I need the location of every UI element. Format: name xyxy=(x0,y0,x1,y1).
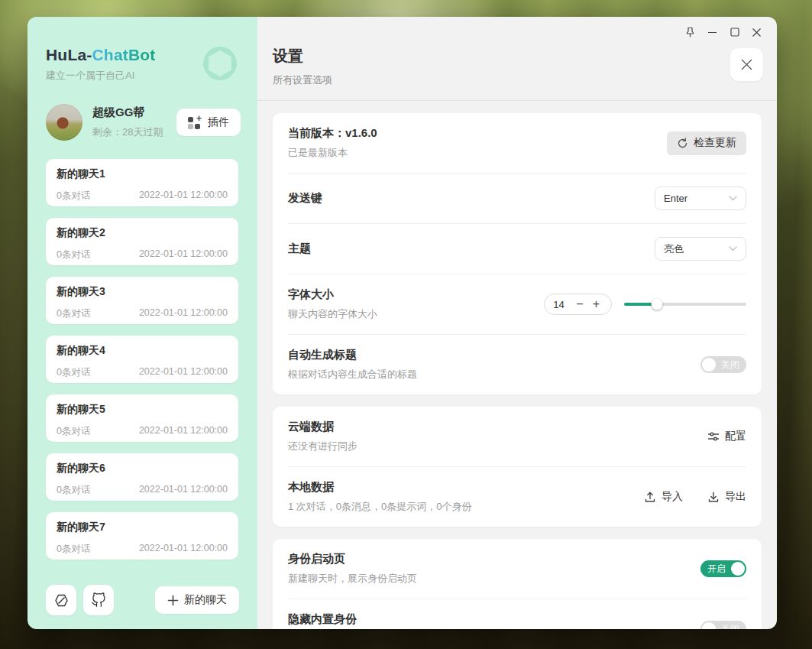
close-icon[interactable] xyxy=(746,22,768,42)
brand-header: HuLa-ChatBot 建立一个属于自己AI xyxy=(27,17,257,84)
cloud-data-subtitle: 还没有进行同步 xyxy=(288,440,357,453)
row-font-size: 字体大小 聊天内容的字体大小 14 − + xyxy=(288,274,746,334)
chat-title: 新的聊天3 xyxy=(57,285,228,299)
toggle-knob xyxy=(702,622,716,629)
font-size-slider[interactable] xyxy=(624,303,746,306)
chat-title: 新的聊天7 xyxy=(57,521,228,534)
avatar[interactable] xyxy=(46,104,82,141)
chat-time: 2022-01-01 12:00:00 xyxy=(139,484,228,497)
github-icon xyxy=(91,592,106,608)
app-title-prefix: HuLa- xyxy=(46,46,92,63)
chat-title: 新的聊天5 xyxy=(57,403,228,417)
hexagon-slash-icon xyxy=(54,593,69,608)
plugin-button-label: 插件 xyxy=(208,115,229,129)
plugin-button[interactable]: + 插件 xyxy=(176,109,241,136)
toggle-knob xyxy=(702,358,716,372)
export-button[interactable]: 导出 xyxy=(707,490,746,504)
close-icon xyxy=(740,58,753,71)
settings-card-data: 云端数据 还没有进行同步 配置 本地数据 1 次对话，0条消息，0 xyxy=(273,407,762,527)
send-key-title: 发送键 xyxy=(288,191,322,206)
chat-list-item[interactable]: 新的聊天3 0条对话2022-01-01 12:00:00 xyxy=(46,277,238,324)
mask-splash-toggle[interactable]: 开启 xyxy=(700,560,746,577)
cloud-config-button[interactable]: 配置 xyxy=(707,430,746,443)
pin-icon[interactable] xyxy=(679,22,701,42)
chevron-down-icon xyxy=(729,246,737,251)
app-window: HuLa-ChatBot 建立一个属于自己AI 超级GG帮 剩余：28天过期 xyxy=(27,17,777,629)
version-subtitle: 已是最新版本 xyxy=(288,146,377,160)
import-button[interactable]: 导入 xyxy=(644,490,683,504)
toggle-label: 关闭 xyxy=(721,356,739,373)
row-version: 当前版本：v1.6.0 已是最新版本 检查更新 xyxy=(288,113,746,173)
chat-list: 新的聊天1 0条对话2022-01-01 12:00:00 新的聊天2 0条对话… xyxy=(27,159,257,573)
font-size-slider-thumb[interactable] xyxy=(652,299,663,310)
chat-list-item[interactable]: 新的聊天6 0条对话2022-01-01 12:00:00 xyxy=(46,453,238,501)
theme-value: 亮色 xyxy=(664,242,684,256)
chat-time: 2022-01-01 12:00:00 xyxy=(139,190,228,203)
settings-card-identity: 身份启动页 新建聊天时，展示身份启动页 开启 隐藏内置身份 在所有身份列表中隐藏… xyxy=(273,539,762,629)
settings-panel: 设置 所有设置选项 当前版本：v1.6.0 已是最新版本 xyxy=(257,17,777,629)
upload-icon xyxy=(644,491,656,503)
settings-content: 当前版本：v1.6.0 已是最新版本 检查更新 发送键 Enter xyxy=(257,101,777,629)
chat-title: 新的聊天4 xyxy=(57,344,228,358)
chat-count: 0条对话 xyxy=(57,307,90,320)
sidebar-footer: 新的聊天 xyxy=(27,573,257,629)
version-title: 当前版本：v1.6.0 xyxy=(288,126,377,141)
chat-time: 2022-01-01 12:00:00 xyxy=(139,425,228,438)
chat-list-item[interactable]: 新的聊天5 0条对话2022-01-01 12:00:00 xyxy=(46,394,238,442)
user-name: 超级GG帮 xyxy=(92,105,163,120)
chat-list-item[interactable]: 新的聊天4 0条对话2022-01-01 12:00:00 xyxy=(46,336,238,383)
app-tagline: 建立一个属于自己AI xyxy=(46,69,156,83)
check-update-label: 检查更新 xyxy=(694,136,736,150)
github-button[interactable] xyxy=(83,585,114,615)
chat-time: 2022-01-01 12:00:00 xyxy=(139,543,228,556)
window-titlebar xyxy=(679,22,768,42)
settings-card-general: 当前版本：v1.6.0 已是最新版本 检查更新 发送键 Enter xyxy=(273,113,762,394)
row-hide-builtin: 隐藏内置身份 在所有身份列表中隐藏内置身份 关闭 xyxy=(288,599,746,629)
auto-title-subtitle: 根据对话内容生成合适的标题 xyxy=(288,368,417,381)
auto-title-title: 自动生成标题 xyxy=(288,348,417,362)
toggle-label: 开启 xyxy=(707,560,726,577)
chevron-down-icon xyxy=(729,196,737,201)
chat-title: 新的聊天2 xyxy=(57,226,228,240)
auto-title-toggle[interactable]: 关闭 xyxy=(700,356,746,373)
row-send-key: 发送键 Enter xyxy=(288,173,746,223)
chat-time: 2022-01-01 12:00:00 xyxy=(139,307,228,320)
chat-list-item[interactable]: 新的聊天2 0条对话2022-01-01 12:00:00 xyxy=(46,218,238,265)
font-size-subtitle: 聊天内容的字体大小 xyxy=(288,307,377,321)
page-subtitle: 所有设置选项 xyxy=(273,73,762,87)
local-data-subtitle: 1 次对话，0条消息，0条提示词，0个身份 xyxy=(288,500,472,514)
check-update-button[interactable]: 检查更新 xyxy=(667,131,746,155)
user-profile: 超级GG帮 剩余：28天过期 + 插件 xyxy=(27,104,257,141)
theme-title: 主题 xyxy=(288,242,311,256)
mask-splash-subtitle: 新建聊天时，展示身份启动页 xyxy=(288,572,417,586)
clear-data-button[interactable] xyxy=(46,585,76,615)
send-key-select[interactable]: Enter xyxy=(655,187,746,210)
row-theme: 主题 亮色 xyxy=(288,223,746,274)
row-mask-splash: 身份启动页 新建聊天时，展示身份启动页 开启 xyxy=(288,539,746,599)
chat-list-item[interactable]: 新的聊天7 0条对话2022-01-01 12:00:00 xyxy=(46,512,238,560)
refresh-icon xyxy=(677,138,688,149)
app-title: HuLa-ChatBot xyxy=(46,46,156,64)
theme-select[interactable]: 亮色 xyxy=(655,237,746,261)
minimize-icon[interactable] xyxy=(701,22,723,42)
import-label: 导入 xyxy=(662,490,683,504)
cloud-config-label: 配置 xyxy=(725,430,746,443)
chat-title: 新的聊天1 xyxy=(57,167,228,181)
local-data-title: 本地数据 xyxy=(288,480,472,495)
new-chat-button[interactable]: 新的聊天 xyxy=(155,586,239,614)
new-chat-label: 新的聊天 xyxy=(184,593,227,607)
hide-builtin-toggle[interactable]: 关闭 xyxy=(700,621,746,629)
font-size-decrease-button[interactable]: − xyxy=(573,298,586,310)
send-key-value: Enter xyxy=(664,193,687,204)
maximize-icon[interactable] xyxy=(723,22,746,42)
settings-close-button[interactable] xyxy=(730,48,763,81)
chat-list-item[interactable]: 新的聊天1 0条对话2022-01-01 12:00:00 xyxy=(46,159,238,206)
font-size-increase-button[interactable]: + xyxy=(590,298,603,310)
font-size-value: 14 xyxy=(553,299,570,310)
sidebar: HuLa-ChatBot 建立一个属于自己AI 超级GG帮 剩余：28天过期 xyxy=(27,17,257,629)
row-auto-title: 自动生成标题 根据对话内容生成合适的标题 关闭 xyxy=(288,334,746,394)
row-cloud-data: 云端数据 还没有进行同步 配置 xyxy=(288,407,746,466)
chat-count: 0条对话 xyxy=(57,248,90,261)
chat-time: 2022-01-01 12:00:00 xyxy=(139,366,228,379)
sliders-icon xyxy=(707,430,720,443)
